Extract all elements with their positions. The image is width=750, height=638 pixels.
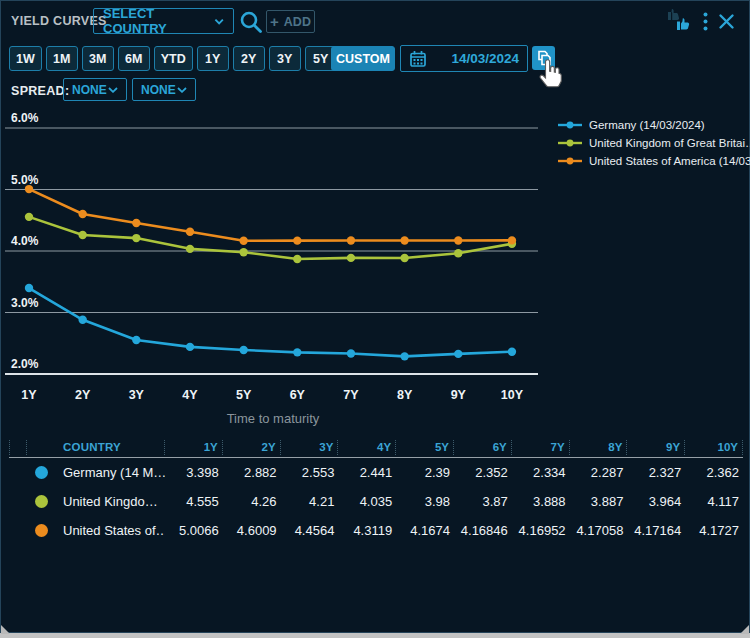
table-header-cell[interactable]: 5Y <box>396 440 454 455</box>
feedback-thumbs-icon[interactable] <box>666 9 693 34</box>
range-button-ytd[interactable]: YTD <box>154 46 193 71</box>
range-button-1w[interactable]: 1W <box>9 46 42 71</box>
value-cell: 2.362 <box>685 465 743 480</box>
data-point <box>454 249 462 257</box>
country-cell: United States of… <box>57 523 165 538</box>
table-header-cell[interactable]: 1Y <box>165 440 223 455</box>
value-cell: 4.21 <box>281 494 339 509</box>
data-point <box>239 248 247 256</box>
data-point <box>293 236 301 244</box>
value-cell: 3.887 <box>570 494 628 509</box>
range-button-1m[interactable]: 1M <box>46 46 78 71</box>
legend-item[interactable]: Germany (14/03/2024) <box>557 116 750 134</box>
legend-item[interactable]: United States of America (14/03… <box>557 152 750 170</box>
spread-select-1[interactable]: NONE <box>63 78 127 101</box>
data-point <box>186 245 194 253</box>
table-header-cell[interactable]: 2Y <box>223 440 281 455</box>
yield-curves-panel: YIELD CURVES SELECT COUNTRY + ADD <box>0 0 750 633</box>
data-point <box>239 346 247 354</box>
x-tick-label: 5Y <box>236 388 252 402</box>
data-point <box>454 236 462 244</box>
table-header-cell[interactable]: 6Y <box>454 440 512 455</box>
data-point <box>78 231 86 239</box>
table-header-cell[interactable]: 3Y <box>281 440 339 455</box>
y-tick-label: 3.0% <box>11 296 39 310</box>
data-point <box>25 284 33 292</box>
data-point <box>508 236 516 244</box>
data-point <box>508 348 516 356</box>
table-header-row: COUNTRY1Y2Y3Y4Y5Y6Y7Y8Y9Y10Y <box>9 437 743 458</box>
custom-range-button[interactable]: CUSTOM <box>331 46 395 71</box>
value-cell: 2.352 <box>454 465 512 480</box>
table-header-cell[interactable]: COUNTRY <box>57 440 165 455</box>
x-tick-label: 2Y <box>75 388 91 402</box>
value-cell: 4.17058 <box>570 523 628 538</box>
table-header-cell[interactable]: 8Y <box>570 440 628 455</box>
spread-select-2[interactable]: NONE <box>132 78 196 101</box>
range-button-3y[interactable]: 3Y <box>269 46 301 71</box>
value-cell: 2.882 <box>223 465 281 480</box>
spread-label: SPREAD: <box>11 84 69 98</box>
value-cell: 3.87 <box>454 494 512 509</box>
range-button-3m[interactable]: 3M <box>82 46 114 71</box>
x-tick-label: 10Y <box>501 388 524 402</box>
data-point <box>186 343 194 351</box>
data-point <box>400 352 408 360</box>
close-icon[interactable] <box>718 13 735 30</box>
x-tick-label: 8Y <box>397 388 413 402</box>
add-button[interactable]: + ADD <box>266 10 315 33</box>
country-cell: Germany (14 M… <box>57 465 165 480</box>
x-axis-title: Time to maturity <box>227 411 320 426</box>
country-select-dropdown[interactable]: SELECT COUNTRY <box>93 8 234 34</box>
search-button[interactable] <box>237 8 264 35</box>
table-header-cell[interactable]: 9Y <box>627 440 685 455</box>
range-button-2y[interactable]: 2Y <box>233 46 265 71</box>
value-cell: 4.17164 <box>627 523 685 538</box>
value-cell: 4.16952 <box>512 523 570 538</box>
legend-item[interactable]: United Kingdom of Great Britai… <box>557 134 750 152</box>
value-cell: 3.398 <box>165 465 223 480</box>
range-button-6m[interactable]: 6M <box>118 46 150 71</box>
table-header-cell[interactable]: 7Y <box>512 440 570 455</box>
value-cell: 4.16846 <box>454 523 512 538</box>
kebab-menu-icon[interactable] <box>703 12 708 31</box>
country-cell: United Kingdo… <box>57 494 165 509</box>
mouse-pointer-cursor <box>537 58 565 90</box>
y-tick-label: 5.0% <box>11 173 39 187</box>
value-cell: 4.26 <box>223 494 281 509</box>
value-cell: 4.1674 <box>396 523 454 538</box>
date-input[interactable]: 14/03/2024 <box>400 45 528 72</box>
legend-label: United States of America (14/03… <box>589 155 750 167</box>
legend-label: Germany (14/03/2024) <box>589 119 705 131</box>
x-tick-label: 9Y <box>451 388 467 402</box>
x-tick-label: 3Y <box>129 388 145 402</box>
resize-grip-left[interactable] <box>1 625 10 634</box>
x-tick-label: 6Y <box>290 388 306 402</box>
resize-grip-right[interactable] <box>740 625 749 634</box>
series-color-dot <box>27 524 57 537</box>
yield-table: COUNTRY1Y2Y3Y4Y5Y6Y7Y8Y9Y10YGermany (14 … <box>9 437 743 545</box>
data-point <box>347 349 355 357</box>
calendar-icon <box>409 50 427 68</box>
data-point <box>186 228 194 236</box>
table-header-cell[interactable]: 10Y <box>685 440 743 455</box>
series-line <box>29 189 512 241</box>
table-row: Germany (14 M…3.3982.8822.5532.4412.392.… <box>9 458 743 487</box>
table-header-cell[interactable]: 4Y <box>338 440 396 455</box>
data-point <box>25 185 33 193</box>
value-cell: 4.6009 <box>223 523 281 538</box>
value-cell: 3.98 <box>396 494 454 509</box>
data-point <box>132 336 140 344</box>
window-bottom-edge <box>0 633 750 638</box>
legend-marker-icon <box>557 138 583 148</box>
y-tick-label: 6.0% <box>11 111 39 125</box>
data-point <box>347 254 355 262</box>
value-cell: 3.964 <box>627 494 685 509</box>
x-tick-label: 1Y <box>21 388 37 402</box>
range-button-group: 1W1M3M6MYTD1Y2Y3Y5Y <box>9 46 337 71</box>
data-point <box>400 254 408 262</box>
table-header-dot-column <box>27 440 57 455</box>
series-line <box>29 217 512 259</box>
y-tick-label: 2.0% <box>11 357 39 371</box>
range-button-1y[interactable]: 1Y <box>197 46 229 71</box>
